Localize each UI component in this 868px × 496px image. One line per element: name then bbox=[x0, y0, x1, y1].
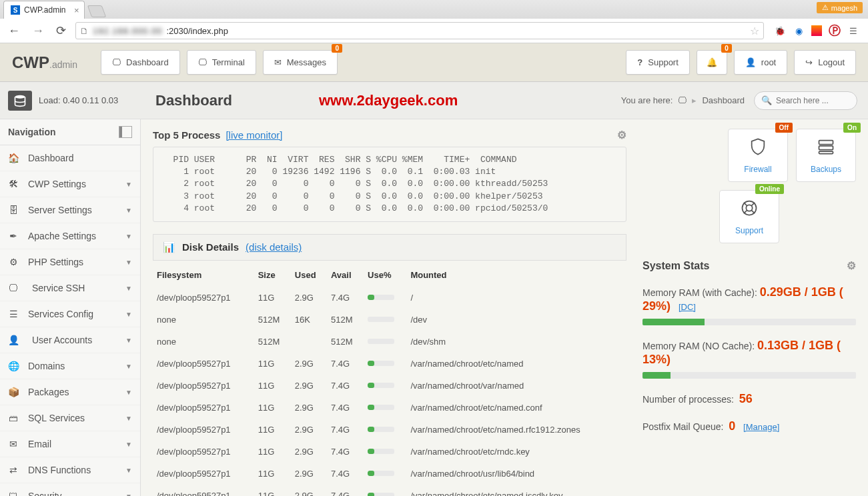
table-row: /dev/ploop59527p111G2.9G7.4G/var/named/c… bbox=[153, 397, 626, 419]
search-icon: 🔍 bbox=[761, 95, 772, 105]
sidebar-item-packages[interactable]: 📦Packages▼ bbox=[0, 379, 140, 405]
sidebar-item-label: User Accounts bbox=[32, 335, 92, 345]
notif-badge: 0 bbox=[721, 44, 732, 53]
stats-title: System Stats ⚙ bbox=[642, 259, 856, 272]
sidebar-item-label: SQL Services bbox=[28, 413, 85, 423]
sidebar-item-service-ssh[interactable]: 🖵Service SSH▼ bbox=[0, 275, 140, 301]
backups-badge: On bbox=[843, 123, 861, 133]
server-load: Load: 0.40 0.11 0.03 bbox=[0, 91, 141, 111]
ram-nocache-bar bbox=[642, 372, 856, 379]
svg-point-5 bbox=[746, 205, 752, 211]
usage-bar bbox=[368, 405, 394, 410]
mail-icon: ✉ bbox=[8, 439, 19, 449]
svg-rect-1 bbox=[819, 140, 833, 144]
sidebar-item-security[interactable]: 🛡Security▼ bbox=[0, 483, 140, 496]
search-input[interactable] bbox=[776, 96, 850, 105]
tab-close-icon[interactable]: × bbox=[74, 5, 79, 15]
proc-count-row: Number of processes: 56 bbox=[642, 392, 856, 406]
screen-small-icon: 🖵 bbox=[678, 95, 687, 105]
ext-icon-3[interactable] bbox=[811, 25, 822, 36]
ram-nocache-row: Memory RAM (NO Cache): 0.13GB / 1GB ( 13… bbox=[642, 339, 856, 367]
sidebar-item-dashboard[interactable]: 🏠Dashboard bbox=[0, 145, 140, 171]
sidebar-item-user-accounts[interactable]: 👤User Accounts▼ bbox=[0, 327, 140, 353]
ext-icon-4[interactable]: Ⓟ bbox=[829, 25, 841, 37]
globe-icon: 🌐 bbox=[8, 361, 19, 371]
reload-icon[interactable]: ⟳ bbox=[53, 23, 69, 38]
backups-card[interactable]: On Backups bbox=[796, 129, 856, 182]
sidebar-item-domains[interactable]: 🌐Domains▼ bbox=[0, 353, 140, 379]
usage-bar bbox=[368, 339, 394, 344]
table-row: /dev/ploop59527p111G2.9G7.4G/var/named/c… bbox=[153, 441, 626, 463]
sidebar-item-server-settings[interactable]: 🗄Server Settings▼ bbox=[0, 197, 140, 223]
nav-title: Navigation bbox=[0, 119, 140, 145]
back-icon[interactable]: ← bbox=[5, 24, 23, 38]
disk-header: Mounted bbox=[406, 261, 626, 287]
breadcrumb-current: Dashboard bbox=[702, 95, 745, 105]
dc-link[interactable]: [DC] bbox=[679, 302, 696, 312]
sidebar-item-services-config[interactable]: ☰Services Config▼ bbox=[0, 301, 140, 327]
app-logo[interactable]: CWP.admin bbox=[12, 53, 77, 72]
disk-header: Use% bbox=[364, 261, 406, 287]
firewall-badge: Off bbox=[775, 123, 793, 133]
menu-icon[interactable]: ☰ bbox=[847, 25, 859, 37]
search-input-wrap[interactable]: 🔍 bbox=[754, 91, 857, 110]
ram-cache-row: Memory RAM (with Cache): 0.29GB / 1GB ( … bbox=[642, 285, 856, 313]
gear-icon[interactable]: ⚙ bbox=[617, 129, 626, 141]
sidebar-item-php-settings[interactable]: ⚙PHP Settings▼ bbox=[0, 249, 140, 275]
server-icon bbox=[817, 137, 835, 161]
support-button[interactable]: ? Support bbox=[626, 50, 690, 75]
dns-icon: ⇄ bbox=[8, 465, 19, 475]
sidebar-item-sql-services[interactable]: 🗃SQL Services▼ bbox=[0, 405, 140, 431]
sidebar-item-email[interactable]: ✉Email▼ bbox=[0, 431, 140, 457]
gear-icon[interactable]: ⚙ bbox=[847, 259, 856, 272]
notifications-button[interactable]: 🔔 0 bbox=[697, 50, 727, 75]
sidebar: Navigation 🏠Dashboard🛠CWP Settings▼🗄Serv… bbox=[0, 119, 141, 496]
sidebar-item-cwp-settings[interactable]: 🛠CWP Settings▼ bbox=[0, 171, 140, 197]
disk-table: FilesystemSizeUsedAvailUse%Mounted /dev/… bbox=[153, 261, 626, 496]
table-row: /dev/ploop59527p111G2.9G7.4G/var/named/c… bbox=[153, 419, 626, 441]
user-button[interactable]: 👤 root bbox=[734, 50, 787, 75]
svg-rect-2 bbox=[819, 145, 833, 149]
live-monitor-link[interactable]: [live monitor] bbox=[226, 129, 282, 141]
chevron-down-icon: ▼ bbox=[125, 441, 132, 448]
chevron-down-icon: ▼ bbox=[125, 415, 132, 422]
sidebar-item-label: Security bbox=[28, 491, 62, 496]
terminal-button[interactable]: 🖵 Terminal bbox=[187, 50, 256, 75]
sidebar-collapse-icon[interactable] bbox=[119, 126, 132, 138]
ext-icon-2[interactable]: ◉ bbox=[793, 25, 805, 37]
table-row: /dev/ploop59527p111G2.9G7.4G/var/named/c… bbox=[153, 485, 626, 496]
chart-icon: 📊 bbox=[163, 241, 175, 253]
new-tab-button[interactable] bbox=[87, 5, 107, 17]
ext-icon-1[interactable]: 🐞 bbox=[774, 25, 786, 37]
browser-tab[interactable]: S CWP.admin × bbox=[3, 1, 85, 19]
bookmark-star-icon[interactable]: ☆ bbox=[750, 25, 759, 37]
sidebar-item-label: Packages bbox=[28, 387, 69, 397]
table-row: /dev/ploop59527p111G2.9G7.4G/var/named/c… bbox=[153, 375, 626, 397]
manage-link[interactable]: [Manage] bbox=[743, 422, 779, 432]
disk-panel-header: 📊 Disk Details (disk details) bbox=[153, 234, 626, 261]
dashboard-button[interactable]: 🖵 Dashboard bbox=[101, 50, 180, 75]
svg-line-9 bbox=[752, 210, 755, 213]
table-row: none512M16K512M/dev bbox=[153, 309, 626, 331]
forward-icon: → bbox=[29, 24, 47, 38]
sidebar-item-apache-settings[interactable]: ✒Apache Settings▼ bbox=[0, 223, 140, 249]
logout-button[interactable]: ↪ Logout bbox=[794, 50, 856, 75]
chevron-down-icon: ▼ bbox=[125, 311, 132, 318]
gear-icon: ⚙ bbox=[8, 257, 19, 267]
messages-button[interactable]: ✉ Messages 0 bbox=[263, 50, 338, 75]
usage-bar bbox=[368, 427, 394, 432]
messages-badge: 0 bbox=[332, 44, 342, 53]
disk-details-link[interactable]: (disk details) bbox=[246, 241, 302, 253]
disk-header: Avail bbox=[327, 261, 364, 287]
sidebar-item-dns-functions[interactable]: ⇄DNS Functions▼ bbox=[0, 457, 140, 483]
firewall-card[interactable]: Off Firewall bbox=[728, 129, 788, 182]
chevron-down-icon: ▼ bbox=[125, 181, 132, 188]
chevron-down-icon: ▼ bbox=[125, 389, 132, 396]
table-row: /dev/ploop59527p111G2.9G7.4G/var/named/c… bbox=[153, 463, 626, 485]
life-ring-icon bbox=[740, 199, 759, 222]
browser-user-badge[interactable]: magesh bbox=[817, 2, 863, 13]
url-input[interactable]: 🗋 192.168.000.00 :2030/index.php ☆ bbox=[75, 22, 764, 39]
usage-bar bbox=[368, 295, 394, 300]
usage-bar bbox=[368, 449, 394, 454]
support-card[interactable]: Online Support bbox=[719, 190, 779, 243]
